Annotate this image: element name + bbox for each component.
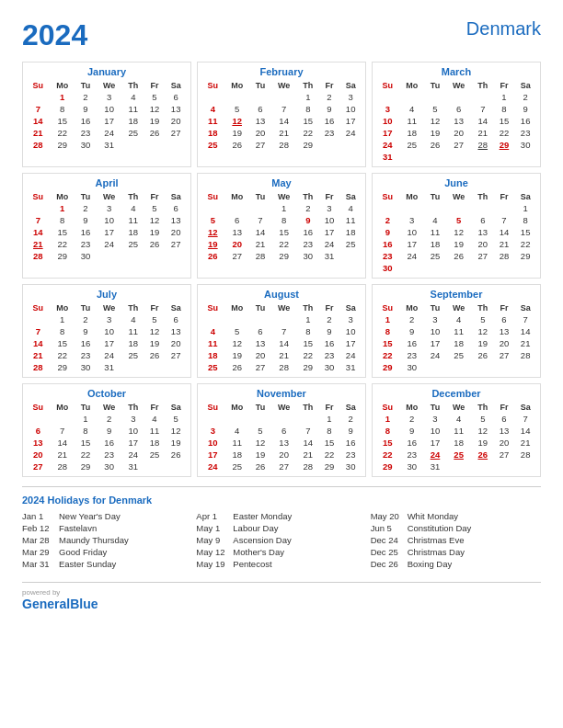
day-cell: 7 (472, 103, 494, 115)
day-cell: 28 (27, 139, 50, 151)
day-cell: 20 (27, 449, 50, 461)
day-cell: 6 (472, 214, 494, 226)
day-cell (144, 139, 166, 151)
day-cell: 4 (399, 103, 425, 115)
day-cell: 15 (376, 337, 399, 349)
day-cell: 23 (339, 449, 362, 461)
month-title: October (27, 388, 187, 399)
day-cell: 6 (250, 325, 271, 337)
day-cell: 1 (50, 313, 75, 325)
day-cell: 7 (494, 214, 515, 226)
list-item: Mar 28Maundy Thursday (22, 535, 192, 545)
day-cell: 20 (494, 337, 515, 349)
day-cell: 27 (494, 449, 515, 461)
day-cell: 15 (50, 226, 75, 238)
day-cell: 2 (75, 91, 97, 103)
day-cell: 20 (165, 115, 187, 127)
day-cell: 11 (201, 115, 224, 127)
day-cell (250, 91, 271, 103)
day-cell (445, 202, 472, 214)
day-cell: 15 (494, 115, 515, 127)
day-cell: 19 (144, 226, 166, 238)
day-cell: 6 (445, 103, 472, 115)
day-cell: 1 (75, 413, 97, 425)
day-cell: 28 (297, 461, 319, 472)
day-cell: 10 (319, 214, 340, 226)
holiday-name: Whit Monday (408, 511, 458, 521)
day-cell: 11 (224, 437, 250, 449)
day-cell: 4 (201, 103, 224, 115)
day-cell: 13 (494, 425, 515, 437)
day-cell: 23 (399, 449, 425, 461)
day-cell: 29 (75, 461, 97, 472)
day-cell: 8 (376, 425, 399, 437)
day-cell (201, 313, 224, 325)
day-cell: 2 (319, 313, 340, 325)
day-cell: 7 (297, 425, 319, 437)
day-cell: 8 (376, 325, 399, 337)
month-february: FebruarySuMoTuWeThFrSa123456789101112131… (197, 62, 366, 167)
day-cell: 3 (96, 313, 122, 325)
holiday-name: Easter Sunday (59, 559, 116, 569)
day-cell: 20 (250, 349, 271, 361)
day-cell: 27 (472, 250, 494, 262)
list-item: Mar 29Good Friday (22, 547, 192, 557)
holiday-date: May 12 (196, 547, 229, 557)
holiday-date: Mar 28 (22, 535, 55, 545)
day-cell: 14 (270, 115, 297, 127)
holiday-name: Mother's Day (233, 547, 284, 557)
day-cell: 13 (445, 115, 472, 127)
day-cell: 30 (75, 250, 97, 262)
day-cell: 13 (472, 226, 494, 238)
day-cell: 11 (445, 425, 472, 437)
day-cell: 20 (250, 127, 271, 139)
day-cell: 3 (339, 313, 362, 325)
day-cell: 10 (339, 325, 362, 337)
day-cell (445, 151, 472, 163)
day-cell: 19 (445, 238, 472, 250)
month-title: August (201, 289, 362, 300)
holiday-date: Dec 26 (371, 559, 404, 569)
day-cell: 8 (270, 214, 297, 226)
day-cell: 6 (494, 413, 515, 425)
month-title: April (27, 177, 187, 188)
day-cell: 28 (514, 449, 536, 461)
day-cell: 5 (144, 313, 166, 325)
day-cell: 4 (224, 425, 250, 437)
holiday-column: Jan 1New Year's DayFeb 12FastelavnMar 28… (22, 511, 192, 571)
day-cell (425, 361, 446, 373)
day-cell: 3 (425, 313, 446, 325)
holiday-date: Jan 1 (22, 511, 55, 521)
day-cell: 28 (250, 250, 271, 262)
month-april: AprilSuMoTuWeThFrSa123456789101112131415… (22, 173, 191, 279)
day-cell: 13 (27, 437, 50, 449)
holiday-date: May 19 (196, 559, 229, 569)
day-cell (201, 413, 224, 425)
day-cell (224, 313, 250, 325)
day-cell: 9 (297, 214, 319, 226)
day-cell: 28 (514, 349, 536, 361)
day-cell: 19 (201, 238, 224, 250)
month-august: AugustSuMoTuWeThFrSa12345678910111213141… (197, 284, 366, 378)
day-cell (472, 361, 494, 373)
day-cell: 25 (224, 461, 250, 472)
day-cell: 31 (339, 361, 362, 373)
day-cell: 15 (297, 115, 319, 127)
day-cell: 18 (445, 437, 472, 449)
day-cell: 2 (376, 214, 399, 226)
day-cell: 24 (96, 349, 122, 361)
day-cell: 24 (96, 238, 122, 250)
day-cell: 6 (27, 425, 50, 437)
day-cell: 3 (96, 202, 122, 214)
day-cell: 14 (514, 425, 536, 437)
day-cell: 5 (201, 214, 224, 226)
list-item: Dec 26Boxing Day (371, 559, 541, 569)
day-cell: 27 (250, 139, 271, 151)
day-cell: 4 (122, 313, 144, 325)
day-cell (27, 413, 50, 425)
day-cell: 20 (165, 337, 187, 349)
day-cell (376, 91, 399, 103)
day-cell: 5 (425, 103, 446, 115)
day-cell (224, 91, 250, 103)
day-cell: 5 (472, 413, 494, 425)
